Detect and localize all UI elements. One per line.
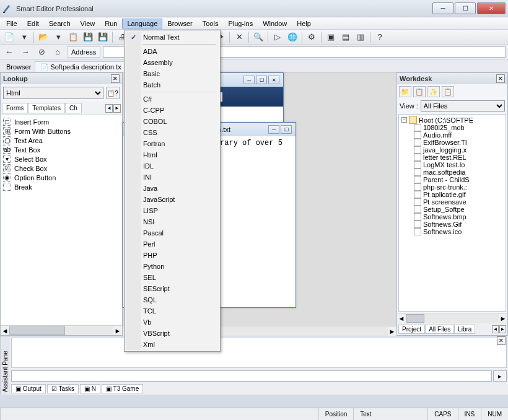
assistant-close-button[interactable]: ✕ xyxy=(497,336,506,345)
stop-button[interactable]: ⊘ xyxy=(35,46,48,58)
minimize-button[interactable]: ─ xyxy=(432,2,453,14)
lookup-help-button[interactable]: 📋? xyxy=(106,87,120,99)
lang-pascal[interactable]: Pascal xyxy=(126,227,219,238)
lang-normaltext[interactable]: Normal Text xyxy=(126,32,219,43)
lookup-item[interactable]: ▾Select Box xyxy=(3,154,120,164)
tool-button[interactable]: ⚙ xyxy=(305,31,318,43)
assist-tab-output[interactable]: ▣ Output xyxy=(11,384,46,393)
tree-root[interactable]: −Root (C:\SOFTPE xyxy=(400,116,504,124)
panel1-button[interactable]: ▣ xyxy=(324,31,338,43)
wd-tab-libra[interactable]: Libra xyxy=(454,325,475,334)
lang-fortran[interactable]: Fortran xyxy=(126,138,219,149)
lang-sql[interactable]: SQL xyxy=(126,294,219,305)
assist-tab-n[interactable]: ▣ N xyxy=(80,384,100,393)
mdi-browser-max[interactable]: ☐ xyxy=(256,76,267,84)
assist-tab-tasks[interactable]: ☑ Tasks xyxy=(47,384,79,393)
lang-css[interactable]: CSS xyxy=(126,127,219,138)
tree-file[interactable]: Softnews.bmp xyxy=(400,213,504,221)
menu-plugins[interactable]: Plug-ins xyxy=(223,19,258,28)
menu-language[interactable]: Language xyxy=(122,19,162,28)
lang-xml[interactable]: Xml xyxy=(126,339,219,350)
menu-browser[interactable]: Browser xyxy=(162,19,197,28)
lang-ini[interactable]: INI xyxy=(126,172,219,183)
wd-new-button[interactable]: ✨ xyxy=(427,86,440,97)
open-dropdown[interactable]: ▾ xyxy=(51,31,65,43)
new-dropdown[interactable]: ▾ xyxy=(17,31,31,43)
menu-search[interactable]: Search xyxy=(44,19,76,28)
lang-perl[interactable]: Perl xyxy=(126,238,219,250)
lang-tcl[interactable]: TCL xyxy=(126,305,219,317)
workdesk-hscroll[interactable]: ◄► xyxy=(397,313,507,323)
lang-php[interactable]: PHP xyxy=(126,250,219,261)
lang-c[interactable]: C# xyxy=(126,94,219,105)
forward-button[interactable]: → xyxy=(19,46,32,58)
lookup-item[interactable]: ☑Check Box xyxy=(3,164,120,173)
wd-copy-button[interactable]: 📋 xyxy=(413,86,426,97)
assistant-output-area[interactable] xyxy=(11,338,507,368)
home-button[interactable]: ⌂ xyxy=(51,46,64,58)
tree-file[interactable]: LogMX test.lo xyxy=(400,161,504,168)
mdi-text-min[interactable]: ─ xyxy=(268,125,279,134)
lookup-item[interactable]: Break xyxy=(3,182,120,191)
tree-file[interactable]: Parent - ChildS xyxy=(400,176,504,183)
wd-tab-allfiles[interactable]: All Files xyxy=(425,325,454,334)
lookup-item[interactable]: abText Box xyxy=(3,145,120,154)
lookup-item[interactable]: ▢Text Area xyxy=(3,136,120,145)
lang-sel[interactable]: SEL xyxy=(126,272,219,283)
lang-basic[interactable]: Basic xyxy=(126,68,219,79)
menu-view[interactable]: View xyxy=(76,19,100,28)
tree-file[interactable]: mac.softpedia xyxy=(400,168,504,176)
close-button[interactable]: ✕ xyxy=(477,2,506,14)
save-all-button[interactable]: 💾 xyxy=(96,31,110,43)
tree-file[interactable]: Setup_Softpe xyxy=(400,206,504,213)
menu-file[interactable]: File xyxy=(1,19,22,28)
tree-file[interactable]: Audio.mff xyxy=(400,131,504,139)
lang-java[interactable]: Java xyxy=(126,183,219,194)
new-button[interactable]: 📄 xyxy=(2,31,16,43)
wd-tab-project[interactable]: Project xyxy=(398,325,425,334)
menu-run[interactable]: Run xyxy=(100,19,122,28)
lang-nsi[interactable]: NSI xyxy=(126,216,219,227)
panel2-button[interactable]: ▤ xyxy=(339,31,353,43)
open-button[interactable]: 📂 xyxy=(37,31,50,43)
tree-file[interactable]: Pt aplicatie.gif xyxy=(400,191,504,198)
lang-html[interactable]: Html xyxy=(126,149,219,160)
wd-refresh-button[interactable]: 📋 xyxy=(442,86,454,97)
workdesk-close-button[interactable]: ✕ xyxy=(496,74,505,83)
lang-sescript[interactable]: SEScript xyxy=(126,283,219,294)
wd-tab-next[interactable]: ► xyxy=(499,325,506,333)
lookup-item[interactable]: □Insert Form xyxy=(3,117,120,126)
lang-assembly[interactable]: Assembly xyxy=(126,57,219,68)
mdi-text-max[interactable]: ☐ xyxy=(281,125,292,134)
lang-vbscript[interactable]: VBScript xyxy=(126,328,219,339)
lookup-close-button[interactable]: ✕ xyxy=(111,74,120,83)
lookup-item[interactable]: ◉Option Button xyxy=(3,173,120,182)
save-button[interactable]: 💾 xyxy=(81,31,95,43)
mdi-browser-min[interactable]: ─ xyxy=(243,76,255,84)
lang-ccpp[interactable]: C-CPP xyxy=(126,105,219,116)
menu-window[interactable]: Window xyxy=(258,19,292,28)
tree-file[interactable]: letter test.REL xyxy=(400,154,504,161)
menu-tools[interactable]: Tools xyxy=(198,19,224,28)
lookup-tab-templates[interactable]: Templates xyxy=(28,103,65,113)
run-button[interactable]: ▷ xyxy=(271,31,284,43)
wd-new-folder-button[interactable]: 📁 xyxy=(399,86,411,97)
lookup-hscroll[interactable]: ◄► xyxy=(1,325,122,335)
lang-ada[interactable]: ADA xyxy=(126,46,219,57)
lang-lisp[interactable]: LISP xyxy=(126,205,219,216)
history-button[interactable]: 📋 xyxy=(66,31,80,43)
tree-file[interactable]: 1080i25_mob xyxy=(400,124,504,131)
lang-idl[interactable]: IDL xyxy=(126,160,219,172)
lang-python[interactable]: Python xyxy=(126,261,219,272)
lookup-tab-next[interactable]: ► xyxy=(113,104,121,113)
tab-browser-label[interactable]: Browser xyxy=(2,62,35,72)
lookup-tab-prev[interactable]: ◄ xyxy=(105,104,113,113)
wd-tab-prev[interactable]: ◄ xyxy=(492,325,499,333)
delete-button[interactable]: ✕ xyxy=(232,31,246,43)
tree-file[interactable]: Softnews.Gif xyxy=(400,221,504,228)
menu-help[interactable]: Help xyxy=(292,19,316,28)
lang-cobol[interactable]: COBOL xyxy=(126,116,219,127)
tree-file[interactable]: Pt screensave xyxy=(400,198,504,206)
tree-file[interactable]: php-src-trunk.: xyxy=(400,183,504,191)
view-select[interactable]: All Files xyxy=(421,100,505,112)
